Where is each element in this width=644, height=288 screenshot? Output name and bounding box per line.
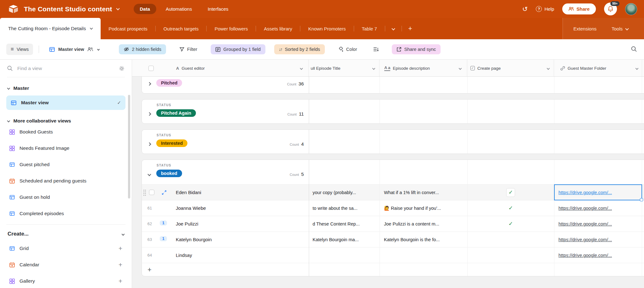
cell-guest-editor[interactable]: Lindsay [176,247,192,263]
expand-record-icon[interactable] [162,190,167,195]
sidebar-item-completed-episodes[interactable]: Completed episodes [6,205,126,222]
create-item-gallery[interactable]: Gallery + [6,273,126,288]
status-badge[interactable]: Interested [156,139,187,147]
sorted-button[interactable]: ↓↑ Sorted by 2 fields [274,44,325,54]
search-records-button[interactable] [631,46,637,52]
row-number[interactable]: 64 [144,247,156,263]
find-view-input[interactable]: Find a view [17,66,114,71]
cell-create-page[interactable]: ✓ [467,200,554,216]
column-header-guest-editor[interactable]: A Guest editor [176,60,205,77]
filter-button[interactable]: Filter [175,44,202,54]
cell-episode-description[interactable]: What if a 1% lift in conver... [384,185,463,200]
cell-create-page[interactable]: ✓ [467,185,554,200]
drag-handle-icon[interactable] [143,190,144,191]
cell-folder-link[interactable]: https://drive.google.com/... [558,232,638,247]
cell-folder-link[interactable]: https://drive.google.com/... [558,200,638,216]
column-header-create-page[interactable]: ✓ Create page [470,60,501,77]
cell-episode-title[interactable]: your copy (probably... [313,185,376,200]
column-menu-chevron-icon[interactable] [300,67,303,70]
add-record-row[interactable]: + [142,263,644,276]
nav-tab-data[interactable]: Data [134,4,157,14]
group-collapse-button[interactable] [148,171,151,177]
grouped-button[interactable]: Grouped by 1 field [211,44,265,54]
base-title-chevron-down-icon[interactable] [116,7,119,10]
status-badge[interactable]: Pitched [156,79,182,87]
active-table-chevron-down-icon[interactable] [90,27,93,30]
add-view-icon[interactable]: + [119,277,122,285]
comment-count-badge[interactable]: 1 [160,236,167,241]
column-header-episode-description[interactable]: A a Episode description [384,60,430,77]
section-create[interactable]: Create... [8,231,124,237]
cell-episode-description[interactable]: 🙋 Raise your hand if you'... [384,200,463,216]
tab-power-followers[interactable]: Power followers [207,26,256,31]
checkbox-cell[interactable]: ✓ [506,188,515,197]
notifications-button[interactable]: 99+ [604,3,617,15]
color-button[interactable]: Color [334,44,362,54]
row-checkbox[interactable] [149,190,154,195]
column-menu-chevron-icon[interactable] [636,67,639,70]
add-table-button[interactable]: + [402,24,419,33]
tools-button[interactable]: Tools [604,26,636,31]
sidebar-item-scheduled-pending[interactable]: Scheduled and pending guests [6,173,126,189]
share-button[interactable]: Share [562,3,596,14]
column-header-episode-title[interactable]: ull Episode Title [311,60,341,77]
history-icon[interactable]: ↺ [522,6,528,12]
sidebar-item-guest-on-hold[interactable]: Guest on hold [6,189,126,205]
share-sync-button[interactable]: Share and sync [392,44,441,54]
avatar[interactable] [625,3,637,15]
cell-episode-title[interactable]: Katelyn Bourgoin ma... [313,232,376,247]
cell-folder-link[interactable]: https://drive.google.com/... [558,216,638,232]
hidden-fields-button[interactable]: 2 hidden fields [119,44,166,54]
column-divider[interactable] [467,60,467,76]
row-number[interactable]: 62 [144,216,156,232]
base-title[interactable]: The Content Studio content [24,5,112,13]
section-more-views[interactable]: More collaborative views [8,118,124,124]
section-master[interactable]: Master [8,85,124,91]
add-view-icon[interactable]: + [119,245,122,252]
column-divider[interactable] [642,60,642,76]
column-menu-chevron-icon[interactable] [459,67,462,70]
table-row[interactable]: 61 Joanna Wiebe to write about the sa...… [142,200,644,216]
create-item-grid[interactable]: Grid + [6,240,126,257]
current-view-button[interactable]: Master view [49,47,99,52]
tab-table-7[interactable]: Table 7 [354,26,385,31]
nav-tab-interfaces[interactable]: Interfaces [201,4,235,14]
tab-known-promoters[interactable]: Known Promoters [300,26,353,31]
row-height-button[interactable] [371,45,381,54]
tab-assets-library[interactable]: Assets library [256,26,300,31]
column-divider[interactable] [379,60,380,76]
tables-dropdown-button[interactable] [385,27,402,30]
views-button[interactable]: ≡ Views [6,44,33,55]
table-row[interactable]: 64 Lindsay https://drive.google.com/... [142,247,644,263]
tab-podcast-prospects[interactable]: Podcast prospects [101,26,155,31]
nav-tab-automations[interactable]: Automations [159,4,198,14]
sidebar-item-booked-guests[interactable]: Booked Guests [6,124,126,140]
cell-folder-link[interactable]: https://drive.google.com/... [558,247,638,263]
column-divider[interactable] [308,60,309,76]
gear-icon[interactable] [119,65,125,72]
row-number[interactable]: 63 [144,232,156,247]
status-badge[interactable]: booked [156,170,182,177]
tab-active-table[interactable]: The Cutting Room - Episode Details [0,18,101,39]
comment-count-badge[interactable]: 1 [160,220,167,226]
sidebar-item-needs-featured-image[interactable]: Needs Featured Image [6,140,126,156]
sidebar-item-guest-pitched[interactable]: Guest pitched [6,156,126,173]
status-badge[interactable]: Pitched Again [156,109,196,117]
column-menu-chevron-icon[interactable] [547,67,550,70]
cell-create-page[interactable]: ✓ [467,216,554,232]
help-button[interactable]: ? Help [536,6,554,12]
cell-guest-editor[interactable]: Joanna Wiebe [176,200,206,216]
cell-episode-title[interactable]: d These Content Rep... [313,216,376,232]
tab-outreach-targets[interactable]: Outreach targets [156,26,207,31]
cell-episode-description[interactable]: Joe Pulizzi is a content m... [384,216,463,232]
table-row[interactable]: 63 1 Katelyn Bourgoin Katelyn Bourgoin m… [142,231,644,247]
create-item-calendar[interactable]: Calendar + [6,257,126,273]
cell-episode-description[interactable]: Katelyn Bourgoin is the fo... [384,232,463,247]
cell-episode-title[interactable]: to write about the sa... [313,200,376,216]
cell-guest-editor[interactable]: Eden Bidani [176,185,201,200]
cell-guest-editor[interactable]: Katelyn Bourgoin [176,232,212,247]
add-view-icon[interactable]: + [119,261,122,269]
row-number[interactable]: 61 [144,200,156,216]
table-row[interactable]: Eden Bidani your copy (probably... What … [142,184,644,200]
column-divider[interactable] [554,60,554,76]
